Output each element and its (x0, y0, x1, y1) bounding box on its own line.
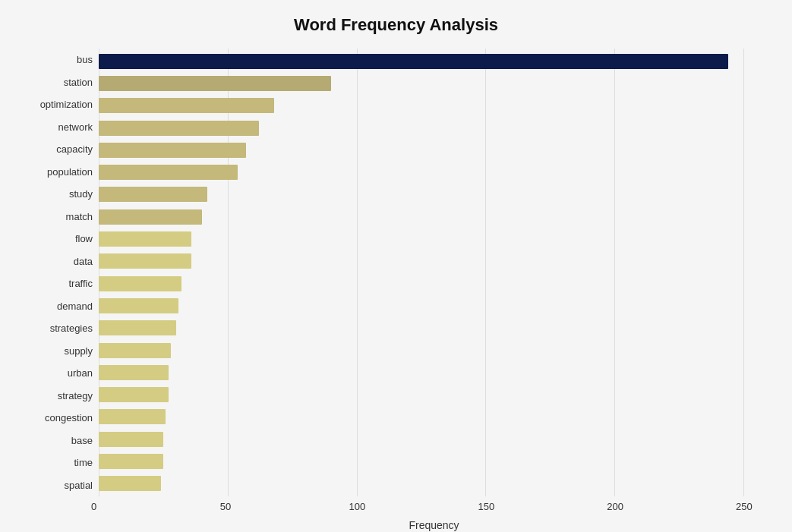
chart-container: Word Frequency Analysis busstationoptimi… (0, 0, 792, 532)
chart-title: Word Frequency Analysis (23, 15, 769, 35)
y-label-capacity: capacity (56, 140, 93, 159)
y-label-match: match (66, 206, 93, 226)
x-tick-200: 200 (607, 501, 623, 512)
bar-base (99, 432, 163, 447)
x-axis-labels: 050100150200250 (99, 501, 769, 516)
chart-area: busstationoptimizationnetworkcapacitypop… (23, 49, 769, 496)
bar-strategies (99, 320, 176, 335)
bar-capacity (99, 143, 246, 158)
y-label-congestion: congestion (45, 408, 93, 428)
x-tick-50: 50 (220, 501, 231, 512)
grid-and-bars (99, 49, 769, 496)
bar-station (99, 76, 331, 91)
bar-network (99, 121, 259, 136)
bar-row-strategy (99, 385, 769, 405)
bar-row-demand (99, 296, 769, 316)
y-label-time: time (74, 453, 93, 473)
bar-bus (99, 54, 728, 69)
bar-strategy (99, 387, 169, 402)
y-label-study: study (69, 184, 93, 204)
bar-row-capacity (99, 140, 769, 160)
bar-row-flow (99, 229, 769, 249)
bar-row-base (99, 430, 769, 449)
bars-and-grid (99, 49, 769, 496)
bar-population (99, 165, 238, 180)
x-tick-100: 100 (349, 501, 366, 512)
y-label-bus: bus (77, 50, 93, 70)
y-label-urban: urban (68, 364, 93, 383)
bottom-area: 050100150200250 Frequency (99, 501, 769, 531)
bar-spatial (99, 476, 161, 491)
bar-congestion (99, 409, 166, 424)
bar-row-supply (99, 341, 769, 360)
bar-row-congestion (99, 407, 769, 427)
y-label-network: network (58, 117, 93, 137)
bar-data (99, 253, 191, 269)
y-label-base: base (71, 430, 93, 450)
bar-traffic (99, 276, 181, 291)
bar-row-time (99, 452, 769, 471)
y-label-data: data (74, 251, 93, 271)
y-label-supply: supply (64, 341, 93, 360)
bar-supply (99, 343, 171, 358)
bar-row-spatial (99, 474, 769, 493)
bar-demand (99, 298, 178, 313)
y-label-optimization: optimization (40, 95, 93, 115)
bar-row-urban (99, 363, 769, 382)
bar-row-data (99, 251, 769, 271)
bar-row-strategies (99, 318, 769, 338)
bar-row-match (99, 207, 769, 227)
x-tick-250: 250 (736, 501, 753, 512)
bar-row-study (99, 184, 769, 204)
y-label-station: station (64, 72, 93, 92)
bar-optimization (99, 98, 274, 113)
x-tick-150: 150 (478, 501, 494, 512)
bar-urban (99, 365, 169, 380)
bar-row-population (99, 162, 769, 182)
y-label-strategy: strategy (58, 386, 93, 405)
bar-row-station (99, 74, 769, 93)
x-tick-0: 0 (91, 501, 96, 512)
bar-row-traffic (99, 274, 769, 294)
y-axis-labels: busstationoptimizationnetworkcapacitypop… (23, 49, 99, 496)
bars-container (99, 49, 769, 496)
x-axis-title: Frequency (99, 519, 769, 531)
y-label-spatial: spatial (64, 475, 93, 495)
y-label-flow: flow (75, 229, 93, 249)
bar-row-optimization (99, 96, 769, 115)
bar-time (99, 454, 163, 469)
y-label-population: population (47, 162, 93, 181)
bar-row-bus (99, 52, 769, 71)
y-label-demand: demand (57, 296, 93, 316)
bar-study (99, 187, 207, 202)
bar-match (99, 209, 202, 225)
y-label-strategies: strategies (50, 319, 93, 338)
y-label-traffic: traffic (68, 274, 93, 294)
bar-row-network (99, 118, 769, 138)
bar-flow (99, 231, 191, 247)
